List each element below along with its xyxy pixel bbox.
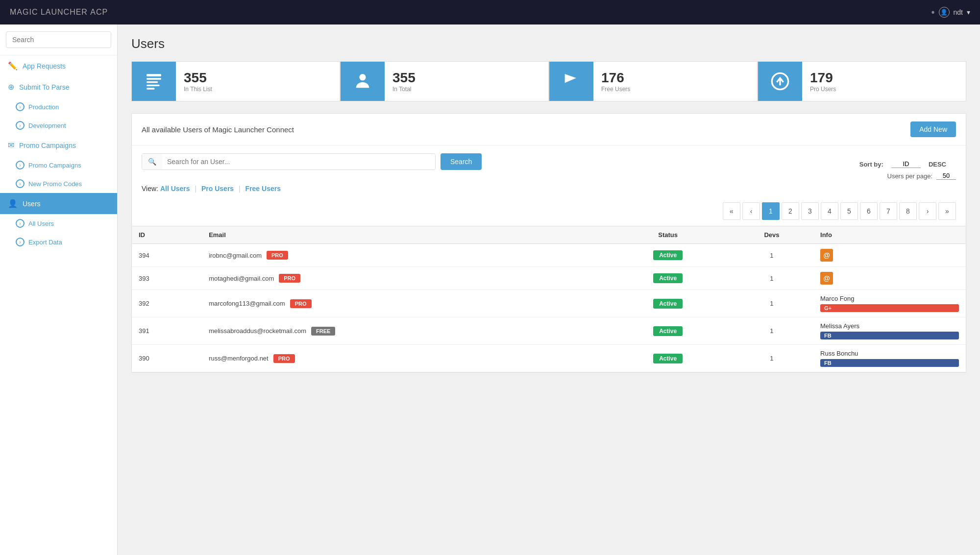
search-bar: 🔍 Search Sort by: DESC (132, 145, 966, 170)
email-text: motaghedi@gmail.com (209, 275, 274, 282)
cell-id: 392 (132, 290, 202, 317)
at-badge: @ (820, 272, 833, 285)
pagination-first[interactable]: « (723, 202, 740, 220)
pagination-page-6[interactable]: 6 (860, 202, 878, 220)
sidebar-item-development[interactable]: › Development (0, 116, 117, 135)
table-row[interactable]: 391melissabroaddus@rocketmail.comFREEAct… (132, 317, 966, 345)
stat-card-in-list: 355 In This List (131, 61, 340, 101)
filter-free-users[interactable]: Free Users (245, 185, 281, 193)
status-badge: Active (653, 273, 683, 283)
cell-status: Active (606, 290, 730, 317)
search-input-wrap: 🔍 (142, 153, 436, 170)
table-row[interactable]: 390russ@menforgod.netPROActive1Russ Bonc… (132, 345, 966, 372)
users-table: ID Email Status Devs Info 394irobnc@gmai… (132, 226, 966, 372)
pagination-page-7[interactable]: 7 (880, 202, 897, 220)
sidebar-item-submit-to-parse[interactable]: ⊕ Submit To Parse (0, 76, 117, 97)
sidebar-item-label: Submit To Parse (19, 83, 69, 91)
cell-devs: 1 (730, 290, 813, 317)
svg-rect-3 (147, 85, 160, 86)
view-filter-label: View: (142, 185, 158, 193)
per-page-row: Users per page: (132, 170, 966, 180)
sidebar-item-production[interactable]: › Production (0, 97, 117, 116)
brand-title: MAGIC LAUNCHER ACP (10, 8, 108, 17)
stat-number: 179 (810, 70, 836, 86)
tier-badge: PRO (279, 274, 300, 283)
table-row[interactable]: 393motaghedi@gmail.comPROActive1@ (132, 267, 966, 290)
pagination-page-5[interactable]: 5 (840, 202, 858, 220)
sort-by-label: Sort by: (859, 161, 883, 168)
per-page-input[interactable] (936, 172, 956, 180)
col-id: ID (132, 226, 202, 244)
table-row[interactable]: 392marcofong113@gmail.comPROActive1Marco… (132, 290, 966, 317)
add-new-button[interactable]: Add New (910, 121, 956, 137)
filter-pro-users[interactable]: Pro Users (201, 185, 234, 193)
pagination-page-8[interactable]: 8 (899, 202, 917, 220)
tier-badge: PRO (273, 354, 295, 363)
pagination-page-1[interactable]: 1 (762, 202, 780, 220)
sidebar-item-export-data[interactable]: › Export Data (0, 233, 117, 251)
sidebar-item-promo-campaigns-sub[interactable]: › Promo Campaigns (0, 156, 117, 174)
cell-email: russ@menforgod.netPRO (202, 345, 606, 372)
stat-card-in-total: 355 In Total (340, 61, 549, 101)
info-name: Melissa Ayers (820, 322, 959, 330)
sidebar-item-app-requests[interactable]: ✏️ App Requests (0, 55, 117, 76)
circle-plus-icon: ⊕ (8, 82, 14, 92)
stat-info-pro-users: 179 Pro Users (802, 65, 844, 97)
per-page-label: Users per page: (887, 172, 933, 180)
top-nav: MAGIC LAUNCHER ACP • 👤 ndt ▾ (0, 0, 980, 24)
dropdown-arrow-icon: ▾ (967, 8, 970, 16)
search-button[interactable]: Search (441, 153, 482, 170)
col-devs: Devs (730, 226, 813, 244)
main-layout: ✏️ App Requests ⊕ Submit To Parse › Prod… (0, 24, 980, 555)
cell-info: Melissa AyersFB (813, 317, 966, 345)
sidebar-item-promo-campaigns[interactable]: ✉ Promo Campaigns (0, 135, 117, 156)
circle-arrow-icon: › (16, 102, 24, 111)
list-icon (132, 62, 176, 101)
status-badge: Active (653, 299, 683, 309)
sidebar-item-label: Development (28, 122, 66, 129)
pagination-page-3[interactable]: 3 (801, 202, 819, 220)
sidebar-item-label: App Requests (23, 62, 66, 70)
sidebar-item-all-users[interactable]: › All Users (0, 214, 117, 233)
pagination-page-2[interactable]: 2 (782, 202, 799, 220)
user-avatar-icon: 👤 (939, 7, 950, 18)
main-content: Users 355 In This List (118, 24, 980, 555)
pagination-next[interactable]: › (919, 202, 936, 220)
col-status: Status (606, 226, 730, 244)
sidebar-item-users[interactable]: 👤 Users (0, 193, 117, 214)
email-text: melissabroaddus@rocketmail.com (209, 327, 306, 335)
stat-label: Free Users (601, 86, 630, 93)
filter-all-users[interactable]: All Users (160, 185, 190, 193)
stat-card-pro-users: 179 Pro Users (758, 61, 966, 101)
pagination-last[interactable]: » (938, 202, 956, 220)
cell-devs: 1 (730, 345, 813, 372)
stat-label: In Total (392, 86, 416, 93)
cell-id: 390 (132, 345, 202, 372)
sidebar: ✏️ App Requests ⊕ Submit To Parse › Prod… (0, 24, 118, 555)
table-row[interactable]: 394irobnc@gmail.comPROActive1@ (132, 244, 966, 267)
pagination-prev[interactable]: ‹ (742, 202, 760, 220)
cell-info: @ (813, 267, 966, 290)
content-header: All available Users of Magic Launcher Co… (132, 114, 966, 145)
cell-id: 394 (132, 244, 202, 267)
sort-by-input[interactable] (891, 160, 921, 168)
cell-email: melissabroaddus@rocketmail.comFREE (202, 317, 606, 345)
page-title: Users (131, 36, 966, 51)
person-stat-icon (341, 62, 385, 101)
cell-info: Russ BonchuFB (813, 345, 966, 372)
cell-status: Active (606, 267, 730, 290)
user-search-input[interactable] (162, 154, 435, 169)
content-panel: All available Users of Magic Launcher Co… (131, 113, 966, 373)
fb-badge: FB (820, 359, 959, 367)
email-text: russ@menforgod.net (209, 355, 269, 362)
pagination-page-4[interactable]: 4 (821, 202, 838, 220)
tier-badge: PRO (290, 299, 312, 308)
stat-number: 355 (184, 70, 212, 86)
sidebar-item-new-promo-codes[interactable]: › New Promo Codes (0, 174, 117, 193)
sidebar-item-label: Export Data (28, 239, 62, 246)
person-icon: 👤 (8, 199, 18, 208)
sidebar-search-input[interactable] (6, 31, 111, 48)
pencil-icon: ✏️ (8, 61, 18, 71)
cell-email: irobnc@gmail.comPRO (202, 244, 606, 267)
user-menu[interactable]: • 👤 ndt ▾ (931, 7, 970, 18)
